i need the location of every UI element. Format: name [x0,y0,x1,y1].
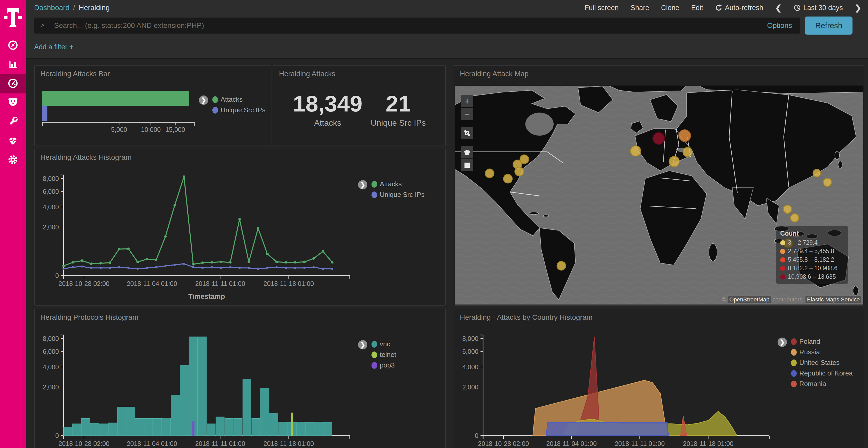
legend-toggle-chevron-icon[interactable]: ❯ [778,338,787,347]
search-input[interactable] [54,21,767,30]
legend-dot [791,370,797,377]
metric-value: 18,349 [293,92,363,115]
plus-icon: + [69,43,74,51]
search-bar-row: >_ Options Refresh [26,15,868,36]
legend-item-united-states[interactable]: United States [791,359,853,367]
legend-toggle-chevron-icon[interactable]: ❯ [358,340,367,349]
legend-toggle-chevron-icon[interactable]: ❯ [358,180,367,189]
legend-item-romania[interactable]: Romania [791,380,853,388]
legend-dot [791,338,797,345]
map-fit-bounds-button[interactable] [461,127,473,139]
svg-text:5,000: 5,000 [111,126,127,133]
legend-label: Attacks [221,96,243,103]
breadcrumb-dashboard-link[interactable]: Dashboard [34,4,69,12]
edit-button[interactable]: Edit [691,4,704,12]
refresh-button[interactable]: Refresh [805,16,852,35]
time-next-button[interactable]: ❯ [855,3,861,12]
sidebar-item-monitoring[interactable] [0,132,26,151]
metric-group: 18,349 Attacks 21 Unique Src IPs [273,92,445,128]
legend-dot [212,96,218,103]
metric-unique-src-ips: 21 Unique Src IPs [371,92,426,128]
sidebar-item-visualize[interactable] [0,55,26,74]
legend-dot [791,359,797,366]
protocols-histogram-legend: ❯vnctelnetpop3 [358,340,396,369]
compass-icon [7,39,19,52]
legend-item-unique-src-ips[interactable]: Unique Src IPs [212,106,265,114]
svg-text:2018-11-11 01:00: 2018-11-11 01:00 [195,440,245,447]
map-count-legend: Count 3 – 2,729.42,729.4 – 5,455.85,455.… [776,226,848,284]
attacks-histogram-chart: 02,0004,0006,0008,0002018-10-28 02:00201… [40,165,360,307]
svg-text:10,000: 10,000 [141,126,161,133]
legend-item-unique-src-ips[interactable]: Unique Src IPs [371,191,425,199]
t-mobile-logo[interactable] [0,0,26,36]
svg-text:4,000: 4,000 [462,364,478,371]
app-sidebar [0,0,26,448]
map-draw-polygon-button[interactable] [461,146,473,159]
sidebar-item-management[interactable] [0,151,26,170]
legend-dot [791,349,797,356]
legend-label: Russia [799,348,820,356]
sidebar-item-timelion[interactable] [0,94,26,112]
clone-button[interactable]: Clone [661,4,679,12]
sidebar-item-discover[interactable] [0,36,26,55]
legend-label: vnc [380,340,390,348]
map-legend-dot [780,240,785,245]
country-histogram-legend: ❯PolandRussiaUnited StatesRepublic of Ko… [778,338,853,388]
legend-item-russia[interactable]: Russia [791,348,853,356]
svg-text:6,000: 6,000 [43,348,59,355]
lion-icon [7,96,19,110]
svg-text:2018-11-04 01:00: 2018-11-04 01:00 [546,440,597,447]
svg-text:0: 0 [475,432,478,439]
add-filter-button[interactable]: Add a filter + [34,43,73,51]
legend-item-telnet[interactable]: telnet [371,351,396,359]
bar-chart-icon [7,58,19,71]
svg-text:4,000: 4,000 [43,364,59,371]
refresh-arrow-icon [715,4,722,11]
map-zoom-in-button[interactable]: + [461,95,473,107]
copyright-symbol: © [722,296,726,303]
world-map[interactable]: + − Count 3 – 2,729.42,729.4 – 5,455.85,… [455,86,863,305]
time-prev-button[interactable]: ❮ [775,3,782,12]
map-legend-label: 5,455.8 – 8,182.2 [788,256,834,263]
full-screen-button[interactable]: Full screen [585,4,619,12]
openstreetmap-link[interactable]: OpenStreetMap [728,296,771,303]
legend-label: pop3 [380,361,395,369]
svg-text:8,000: 8,000 [43,335,59,342]
share-button[interactable]: Share [630,4,649,12]
map-draw-rectangle-button[interactable] [461,159,473,171]
map-legend-label: 10,908.6 – 13,635 [788,273,836,280]
nav-actions: Full screen Share Clone Edit Auto-refres… [585,3,861,12]
attribution-middle: contributors, [773,296,804,303]
sidebar-item-dev-tools[interactable] [0,112,26,132]
legend-item-vnc[interactable]: vnc [371,340,396,348]
map-legend-dot [780,257,785,263]
svg-text:8,000: 8,000 [43,175,59,182]
top-navbar: Dashboard / Heralding Full screen Share … [26,0,868,15]
svg-text:2,000: 2,000 [43,383,59,391]
map-legend-item: 10,908.6 – 13,635 [780,273,844,280]
sidebar-item-dashboard[interactable] [0,74,26,94]
auto-refresh-button[interactable]: Auto-refresh [715,4,764,12]
elastic-maps-service-link[interactable]: Elastic Maps Service [805,296,861,303]
legend-dot [371,181,377,187]
gear-icon [7,154,19,167]
legend-item-pop3[interactable]: pop3 [371,361,396,369]
panel-heralding-attack-map: Heralding Attack Map [454,65,864,306]
map-legend-dot [780,274,785,279]
svg-text:0: 0 [55,432,59,439]
legend-item-republic-of-korea[interactable]: Republic of Korea [791,369,853,377]
svg-text:15,000: 15,000 [165,126,185,133]
map-zoom-out-button[interactable]: − [461,108,473,120]
legend-item-poland[interactable]: Poland [791,338,853,346]
legend-item-attacks[interactable]: Attacks [371,180,425,188]
legend-toggle-chevron-icon[interactable]: ❯ [199,96,208,105]
legend-item-attacks[interactable]: Attacks [212,96,265,103]
options-link[interactable]: Options [767,22,792,30]
map-legend-item: 3 – 2,729.4 [780,239,844,246]
panel-attacks-by-country-histogram: Heralding - Attacks by Country Histogram… [454,309,864,448]
metric-value: 21 [371,92,426,115]
map-legend-item: 2,729.4 – 5,455.8 [780,248,844,255]
panel-heralding-attacks-bar: Heralding Attacks Bar 5,00010,00015,000 … [34,65,270,146]
time-picker-button[interactable]: Last 30 days [794,4,843,12]
map-legend-item: 5,455.8 – 8,182.2 [780,256,844,263]
